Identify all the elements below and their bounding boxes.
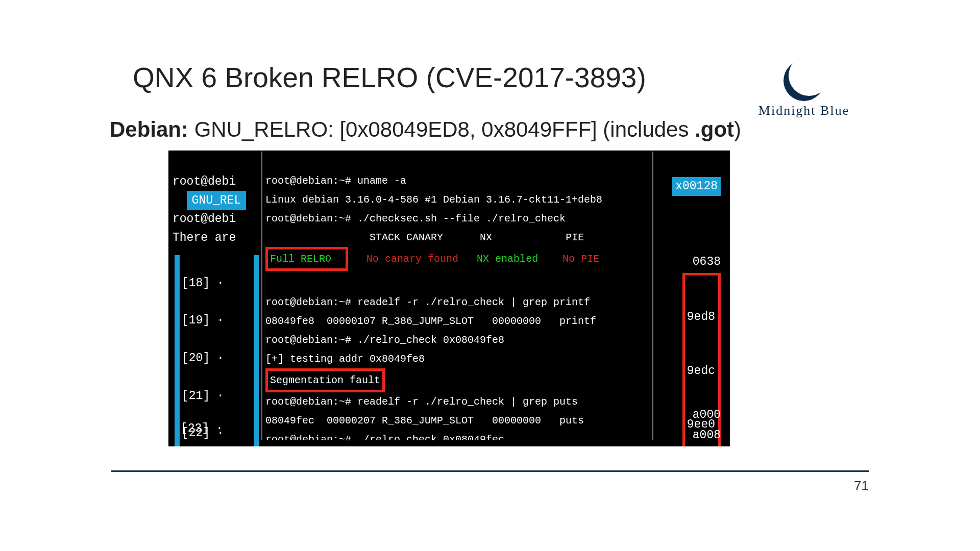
slide-title: QNX 6 Broken RELRO (CVE-2017-3893) xyxy=(133,61,646,94)
back-line: There are xyxy=(173,231,236,244)
term-line: root@debian:~# ./relro_check 0x08049fec xyxy=(265,434,504,440)
term-line: root@debian:~# readelf -r ./relro_check … xyxy=(265,296,590,308)
section-rows-lower: [23] · [24] · xyxy=(181,400,223,446)
back-line: root@debi xyxy=(173,175,236,188)
subtitle-prefix: Debian: xyxy=(110,117,188,141)
back-line: root@debi xyxy=(173,212,236,226)
footer-rule xyxy=(111,470,869,472)
back-addr: a008 xyxy=(693,426,721,445)
term-line: root@debian:~# ./checksec.sh --file ./re… xyxy=(265,213,566,224)
section-row: [19] · xyxy=(182,311,248,330)
term-line: [+] testing addr 0x8049fe8 xyxy=(265,353,425,365)
checksec-values: Full RELRO No canary found NX enabled No… xyxy=(265,253,599,265)
moon-icon xyxy=(783,60,824,101)
back-addr: a000 xyxy=(693,406,721,424)
segfault-highlight: Segmentation fault xyxy=(265,368,385,392)
subtitle-suffix: .got xyxy=(695,117,734,141)
subtitle: Debian: GNU_RELRO: [0x08049ED8, 0x8049FF… xyxy=(110,117,741,142)
term-line: root@debian:~# uname -a xyxy=(265,175,406,187)
section-row: [20] · xyxy=(182,349,248,368)
term-line: 08049fec 00000207 R_386_JUMP_SLOT 000000… xyxy=(265,415,584,427)
slide: QNX 6 Broken RELRO (CVE-2017-3893) Midni… xyxy=(102,51,878,500)
term-line: 08049fe8 00000107 R_386_JUMP_SLOT 000000… xyxy=(265,315,596,327)
checksec-header: STACK CANARY NX PIE xyxy=(265,232,584,243)
section-row: [23] · xyxy=(181,419,223,438)
section-row: [18] · xyxy=(182,274,248,293)
term-line: root@debian:~# ./relro_check 0x08049fe8 xyxy=(265,334,504,346)
term-line: root@debian:~# readelf -r ./relro_check … xyxy=(265,396,578,408)
brand-logo: Midnight Blue xyxy=(745,60,863,118)
subtitle-tail: ) xyxy=(734,117,741,141)
front-terminal: root@debian:~# uname -a Linux debian 3.1… xyxy=(261,152,653,440)
terminal-stack: root@debi GNU_RELx00128 root@debi There … xyxy=(168,151,730,446)
back-addr-x: x00128 xyxy=(672,177,721,196)
subtitle-middle: GNU_RELRO: [0x08049ED8, 0x8049FFF] (incl… xyxy=(188,117,695,141)
page-number: 71 xyxy=(854,478,869,494)
gnu-relro-highlight: GNU_REL xyxy=(187,191,247,210)
brand-text: Midnight Blue xyxy=(745,103,863,118)
back-addr-top: 0638 xyxy=(693,253,721,271)
term-line: Linux debian 3.16.0-4-586 #1 Debian 3.16… xyxy=(265,194,602,206)
